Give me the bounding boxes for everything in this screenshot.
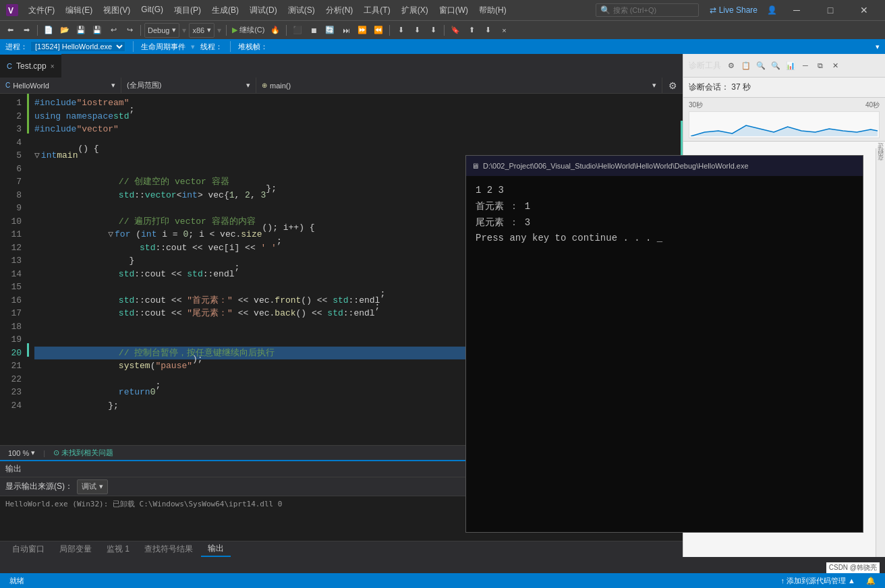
tab-close-button[interactable]: × — [51, 63, 55, 70]
output-source-dropdown[interactable]: 调试 ▾ — [77, 479, 108, 494]
code-line-4 — [34, 136, 668, 150]
toolbar-btn-16[interactable]: ⬇ — [480, 23, 495, 38]
bottom-tab-find-symbol[interactable]: 查找符号结果 — [138, 542, 200, 557]
menu-window[interactable]: 窗口(W) — [434, 3, 474, 18]
toolbar-btn-8[interactable]: ⏭ — [339, 23, 353, 38]
menu-help[interactable]: 帮助(H) — [474, 3, 512, 18]
toolbar-btn-15[interactable]: ⬆ — [464, 23, 479, 38]
toolbar-redo-btn[interactable]: ↪ — [122, 23, 137, 38]
scope-selector[interactable]: (全局范围) ▾ — [121, 78, 256, 94]
diag-session-time: 37 秒 — [731, 82, 751, 92]
diag-zoom-out-btn[interactable]: 🔍 — [770, 59, 782, 71]
toolbar-btn-9[interactable]: ⏩ — [355, 23, 370, 38]
toolbar-open-btn[interactable]: 📂 — [57, 23, 72, 38]
menu-build[interactable]: 生成(B) — [206, 3, 244, 18]
platform-chevron: ▾ — [207, 26, 211, 34]
maximize-button[interactable]: □ — [815, 0, 846, 20]
menu-edit[interactable]: 编辑(E) — [60, 3, 98, 18]
toolbar-undo-btn[interactable]: ↩ — [106, 23, 121, 38]
close-button[interactable]: ✕ — [849, 0, 880, 20]
diag-float-btn[interactable]: ⧉ — [814, 59, 826, 71]
bottom-tab-locals[interactable]: 局部变量 — [53, 542, 98, 557]
console-titlebar: 🖥 D:\002_Project\006_Visual_Studio\Hello… — [466, 156, 863, 176]
toolbar-btn-5[interactable]: ⬛ — [290, 23, 305, 38]
notification-icon: 🔔 — [866, 577, 876, 585]
line-num-11: 11 — [0, 228, 22, 241]
settings-button[interactable]: ⚙ — [662, 78, 683, 94]
file-icon: C — [5, 82, 10, 89]
toolbar-save-btn[interactable]: 💾 — [74, 23, 88, 38]
diag-session-info: 诊断会话： 37 秒 — [683, 78, 885, 98]
progress-chevron[interactable]: ▾ — [876, 42, 880, 51]
minimize-button[interactable]: ─ — [781, 0, 812, 20]
toolbar-btn-6[interactable]: ⏹ — [306, 23, 321, 38]
diag-settings-btn[interactable]: ⚙ — [725, 59, 737, 71]
lifecycle-label[interactable]: 生命周期事件 — [141, 42, 185, 52]
add-to-scm[interactable]: ↑ 添加到源代码管理 ▲ — [778, 576, 859, 586]
platform-label: x86 — [192, 26, 204, 34]
search-box[interactable]: 🔍 — [596, 3, 699, 17]
thread-label: 线程： — [200, 42, 223, 52]
menu-git[interactable]: Git(G) — [136, 3, 169, 18]
notification-btn[interactable]: 🔔 — [863, 577, 878, 585]
menu-extensions[interactable]: 扩展(X) — [396, 3, 434, 18]
progress-bar: 进程： [13524] HelloWorld.exe 生命周期事件 ▾ 线程： … — [0, 39, 885, 54]
search-input[interactable] — [613, 6, 694, 14]
debug-config-label: Debug — [148, 26, 169, 34]
diag-pin-btn[interactable]: ─ — [799, 59, 811, 71]
ready-label: 就绪 — [9, 576, 24, 586]
line-num-15: 15 — [0, 281, 22, 294]
continue-label: 继续(C) — [239, 25, 264, 35]
stack-label: 堆栈帧： — [238, 42, 268, 52]
bottom-tab-watch[interactable]: 监视 1 — [100, 542, 136, 557]
zoom-selector[interactable]: 100 % ▾ — [5, 448, 38, 457]
function-selector[interactable]: ⊕ main() ▾ — [256, 78, 662, 94]
diag-chart-btn[interactable]: 📊 — [784, 59, 797, 71]
line-num-21: 21 — [0, 359, 22, 373]
bottom-tab-output[interactable]: 输出 — [201, 542, 231, 557]
no-issues-status[interactable]: ⊙ 未找到相关问题 — [51, 448, 116, 458]
file-selector[interactable]: C HelloWorld ▾ — [0, 78, 121, 94]
live-share-button[interactable]: ⇄ Live Share — [704, 4, 763, 16]
diag-close-btn[interactable]: ✕ — [829, 59, 841, 71]
search-icon: 🔍 — [600, 5, 610, 15]
diag-header: 诊断工具 ⚙ 📋 🔍 🔍 📊 ─ ⧉ ✕ — [683, 54, 885, 78]
toolbar-btn-17[interactable]: × — [496, 23, 511, 38]
menu-test[interactable]: 测试(S) — [283, 3, 320, 18]
toolbar-btn-12[interactable]: ⬇ — [409, 23, 424, 38]
menu-analyze[interactable]: 分析(N) — [320, 3, 359, 18]
collapse-icon-5[interactable]: ▽ — [34, 149, 40, 163]
menu-file[interactable]: 文件(F) — [23, 3, 60, 18]
toolbar-btn-7[interactable]: 🔄 — [322, 23, 337, 38]
debug-config-dropdown[interactable]: Debug ▾ — [144, 23, 179, 38]
ready-status[interactable]: 就绪 — [7, 576, 27, 586]
watch-tab-label: 监视 1 — [107, 543, 130, 555]
toolbar-btn-10[interactable]: ⏪ — [371, 23, 386, 38]
line-num-20: 20 — [0, 347, 22, 360]
console-line-1: 1 2 3 — [476, 183, 853, 199]
diag-zoom-in-btn[interactable]: 🔍 — [755, 59, 767, 71]
toolbar-back-btn[interactable]: ⬅ — [3, 23, 18, 38]
platform-dropdown[interactable]: x86 ▾ — [189, 23, 215, 38]
scope-label: (全局范围) — [127, 80, 161, 90]
process-dropdown[interactable]: [13524] HelloWorld.exe — [30, 41, 125, 52]
toolbar-forward-btn[interactable]: ➡ — [19, 23, 34, 38]
continue-button[interactable]: ▶ 继续(C) — [230, 23, 266, 38]
toolbar-btn-11[interactable]: ⬇ — [393, 23, 408, 38]
menu-project[interactable]: 项目(P) — [169, 3, 206, 18]
menu-debug[interactable]: 调试(D) — [244, 3, 283, 18]
menu-tools[interactable]: 工具(T) — [358, 3, 395, 18]
profile-icon[interactable]: 👤 — [767, 5, 777, 15]
menu-view[interactable]: 视图(V) — [98, 3, 136, 18]
line-num-6: 6 — [0, 163, 22, 176]
chart-label-40: 40秒 — [865, 100, 880, 110]
toolbar-save-all-btn[interactable]: 💾 — [90, 23, 105, 38]
toolbar-new-btn[interactable]: 📄 — [41, 23, 56, 38]
tab-test-cpp[interactable]: C Test.cpp × — [0, 54, 61, 78]
toolbar-btn-14[interactable]: 🔖 — [448, 23, 463, 38]
diag-controls: ⚙ 📋 🔍 🔍 📊 ─ ⧉ ✕ — [725, 59, 841, 71]
bottom-tab-auto[interactable]: 自动窗口 — [5, 542, 51, 557]
toolbar-btn-13[interactable]: ⬇ — [426, 23, 440, 38]
diag-events-btn[interactable]: 📋 — [740, 59, 752, 71]
fire-icon-btn[interactable]: 🔥 — [268, 23, 283, 38]
